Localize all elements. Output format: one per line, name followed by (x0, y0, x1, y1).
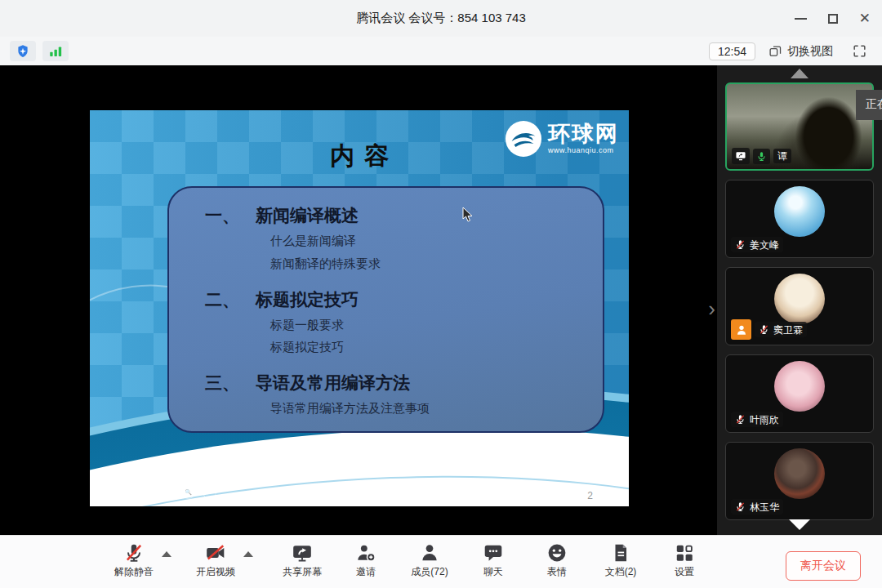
chat-button[interactable]: 聊天 (467, 542, 519, 579)
emoji-label: 表情 (547, 565, 567, 579)
section-title: 导语及常用编译方法 (256, 372, 410, 394)
section-item: 标题拟定技巧 (270, 336, 595, 359)
section-item: 标题一般要求 (270, 314, 595, 337)
logo-name: 环球网 (548, 123, 619, 145)
statusbar: 12:54 切换视图 (0, 37, 882, 65)
participant-name-text: 谭 (777, 151, 787, 161)
slide-section-1: 一、 新闻编译概述 什么是新闻编译 新闻翻译的特殊要求 (205, 204, 595, 276)
slide-section-3: 三、 导语及常用编译方法 导语常用编译方法及注意事项 (205, 372, 595, 421)
avatar (774, 186, 825, 237)
avatar (774, 361, 825, 412)
host-person-icon (735, 323, 748, 336)
unmute-button[interactable]: 解除静音 (108, 542, 160, 579)
huanqiu-logo: 环球网 www.huanqiu.com (505, 120, 619, 158)
logo-url: www.huanqiu.com (548, 147, 619, 154)
settings-icon (674, 542, 695, 564)
window-controls: ✕ (795, 0, 871, 37)
section-item: 导语常用编译方法及注意事项 (270, 398, 595, 421)
participant-tile[interactable]: 林玉华 (725, 442, 874, 520)
chat-label: 聊天 (483, 565, 503, 579)
host-badge (731, 319, 751, 340)
section-number: 二、 (205, 288, 239, 311)
settings-button[interactable]: 设置 (658, 542, 710, 579)
settings-label: 设置 (675, 565, 694, 579)
mic-muted-icon (735, 239, 746, 250)
security-shield-button[interactable] (10, 41, 36, 61)
section-items: 导语常用编译方法及注意事项 (270, 398, 595, 421)
switch-view-label: 切换视图 (787, 44, 833, 59)
camera-muted-icon (205, 542, 226, 564)
slide-prev-icon[interactable] (96, 485, 110, 499)
participant-tile-video[interactable]: 谭 (725, 82, 874, 171)
participant-name: 姜文峰 (731, 237, 783, 252)
sharing-badge (732, 148, 750, 164)
avatar (774, 448, 825, 499)
section-items: 标题一般要求 标题拟定技巧 (270, 314, 595, 360)
participant-name-text: 叶雨欣 (750, 415, 779, 425)
minimize-icon[interactable] (795, 18, 807, 20)
docs-icon (610, 542, 631, 564)
participant-badges: 叶雨欣 (731, 412, 783, 427)
participant-name-text: 姜文峰 (750, 240, 779, 250)
section-items: 什么是新闻编译 新闻翻译的特殊要求 (270, 230, 595, 276)
invite-button[interactable]: 邀请 (340, 542, 392, 579)
titlebar: 腾讯会议 会议号：854 103 743 ✕ (0, 0, 882, 37)
share-screen-button[interactable]: 共享屏幕 (276, 542, 328, 579)
network-signal-button[interactable] (42, 41, 69, 61)
bottom-toolbar: 解除静音 开启视频 共享屏幕 邀请 成员(72) 聊天 (0, 535, 882, 588)
meeting-timer: 12:54 (709, 42, 755, 60)
mic-muted-icon (735, 414, 746, 425)
sidebar-collapse-handle[interactable]: › (708, 298, 715, 319)
section-item: 什么是新闻编译 (270, 230, 595, 253)
participants-sidebar: 正在 谭 (717, 65, 882, 535)
close-icon[interactable]: ✕ (859, 11, 871, 25)
fullscreen-icon (852, 43, 867, 59)
unmute-label: 解除静音 (114, 565, 154, 579)
audio-options-caret[interactable] (162, 551, 172, 557)
slide-more-icon[interactable] (203, 485, 216, 499)
maximize-icon[interactable] (828, 14, 838, 24)
start-video-label: 开启视频 (196, 565, 235, 579)
section-title: 新闻编译概述 (256, 204, 359, 227)
switch-view-button[interactable]: 切换视图 (762, 42, 840, 61)
video-options-caret[interactable] (243, 551, 253, 557)
emoji-button[interactable]: 表情 (531, 542, 583, 579)
leave-meeting-button[interactable]: 离开会议 (786, 551, 861, 581)
huanqiu-logo-icon (505, 120, 542, 158)
participant-badges: 窦卫霖 (731, 319, 807, 340)
avatar (774, 274, 825, 324)
section-heading: 二、 标题拟定技巧 (205, 288, 595, 311)
section-heading: 一、 新闻编译概述 (205, 204, 595, 227)
participant-name: 谭 (773, 149, 791, 163)
participant-name: 窦卫霖 (755, 322, 807, 337)
section-title: 标题拟定技巧 (256, 288, 359, 311)
speaking-tooltip: 正在 (856, 90, 882, 120)
mic-muted-icon (759, 324, 769, 335)
participant-name: 林玉华 (731, 499, 783, 514)
members-button[interactable]: 成员(72) (403, 542, 456, 579)
slide-next-icon[interactable] (118, 485, 131, 499)
content-area: 内容 环球网 www.huanqiu.com 一、 新闻编译概述 (0, 65, 882, 535)
participant-name-text: 林玉华 (750, 502, 779, 512)
slide-overview-icon[interactable] (160, 485, 174, 499)
share-screen-icon (292, 542, 313, 564)
start-video-button[interactable]: 开启视频 (189, 542, 242, 579)
shared-screen-area: 内容 环球网 www.huanqiu.com 一、 新闻编译概述 (0, 65, 717, 535)
slide-zoom-icon[interactable] (181, 485, 195, 499)
shield-icon (16, 44, 30, 59)
invite-label: 邀请 (356, 565, 376, 579)
docs-button[interactable]: 文档(2) (595, 542, 647, 579)
participant-tile[interactable]: 叶雨欣 (725, 354, 874, 433)
slide-content-box: 一、 新闻编译概述 什么是新闻编译 新闻翻译的特殊要求 二、 标题拟定技巧 (167, 186, 604, 433)
slideshow-controls (96, 485, 216, 499)
participant-tile[interactable]: 窦卫霖 (725, 267, 874, 345)
section-item: 新闻翻译的特殊要求 (270, 253, 595, 276)
scroll-up-icon[interactable] (791, 69, 808, 78)
participant-badges: 姜文峰 (731, 237, 783, 252)
participant-tiles: 谭 姜文峰 (725, 82, 874, 520)
scroll-down-icon[interactable] (789, 519, 810, 530)
fullscreen-button[interactable] (846, 41, 872, 61)
participant-tile[interactable]: 姜文峰 (725, 180, 874, 258)
slide-pen-icon[interactable] (139, 485, 153, 499)
mic-on-icon (756, 151, 767, 162)
